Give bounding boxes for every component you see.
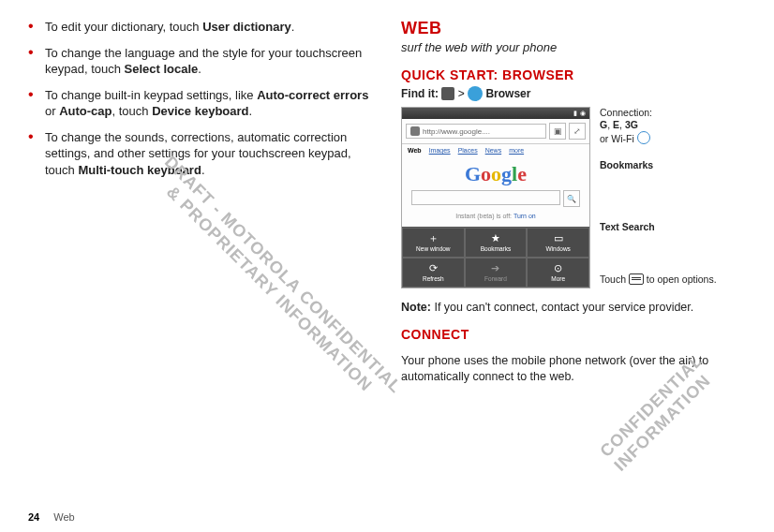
bullet-list: To edit your dictionary, touch User dict…	[28, 19, 373, 178]
bold: Auto-cap	[59, 104, 112, 118]
star-icon: ★	[491, 233, 500, 244]
browser-figure: ▮ ◉ http://www.google.... ▣ ⤢ Web Images…	[401, 107, 746, 288]
instant-turn-on[interactable]: Turn on	[514, 213, 536, 219]
status-bar: ▮ ◉	[402, 108, 589, 119]
search-button[interactable]: 🔍	[563, 190, 580, 207]
bold: Auto-correct errors	[257, 88, 368, 102]
callouts: Connection: G, E, 3G or Wi-Fi Bookmarks …	[600, 107, 746, 288]
menu-more[interactable]: ⊙More	[527, 258, 589, 288]
callout-touch-menu: Touch to open options.	[600, 273, 717, 286]
footer-section: Web	[53, 511, 74, 523]
menu-key-icon	[629, 273, 644, 285]
browser-label: Browser	[485, 87, 530, 100]
more-icon: ⊙	[554, 263, 562, 273]
forward-icon: ➔	[491, 263, 499, 273]
note-text: If you can't connect, contact your servi…	[431, 301, 693, 314]
find-it-line: Find it: > Browser	[401, 86, 746, 101]
bullet-item: To edit your dictionary, touch User dict…	[28, 19, 373, 36]
phone-mock: ▮ ◉ http://www.google.... ▣ ⤢ Web Images…	[401, 107, 590, 288]
search-row: 🔍	[402, 188, 589, 209]
right-column: WEB surf the web with your phone QUICK S…	[401, 19, 746, 396]
left-column: To edit your dictionary, touch User dict…	[28, 19, 373, 396]
menu-new-window[interactable]: ＋New window	[402, 228, 465, 258]
signal-icon: ▮	[573, 110, 577, 117]
google-tabs: Web Images Places News more	[402, 144, 589, 156]
find-it-label: Find it:	[401, 87, 439, 100]
callout-connection: Connection: G, E, 3G or Wi-Fi	[600, 107, 652, 145]
site-icon	[410, 126, 420, 136]
tab-news[interactable]: News	[485, 147, 502, 154]
text: To change built-in keypad settings, like	[45, 88, 257, 102]
bookmark-button[interactable]: ▣	[549, 123, 566, 140]
text: To edit your dictionary, touch	[45, 20, 202, 34]
google-logo: Google	[402, 156, 589, 188]
tab-places[interactable]: Places	[458, 147, 478, 154]
connect-body: Your phone uses the mobile phone network…	[401, 353, 746, 385]
url-row: http://www.google.... ▣ ⤢	[402, 119, 589, 144]
text: .	[291, 20, 295, 34]
text: , touch	[112, 104, 153, 118]
tab-images[interactable]: Images	[429, 147, 451, 154]
wifi-icon	[637, 131, 650, 144]
tab-web[interactable]: Web	[408, 147, 422, 154]
connect-title: CONNECT	[401, 327, 746, 342]
page-footer: 24 Web	[28, 511, 75, 523]
text: or	[45, 104, 59, 118]
menu-windows[interactable]: ▭Windows	[527, 228, 589, 258]
bold: Multi-touch keyboard	[78, 163, 201, 177]
note-label: Note:	[401, 301, 431, 314]
menu-refresh[interactable]: ⟳Refresh	[402, 258, 465, 288]
page-number: 24	[28, 511, 39, 523]
url-box[interactable]: http://www.google....	[406, 124, 546, 139]
tab-more[interactable]: more	[509, 147, 524, 154]
section-title-web: WEB	[401, 19, 746, 38]
url-text: http://www.google....	[423, 127, 490, 136]
windows-icon: ▭	[554, 233, 563, 244]
apps-icon	[441, 87, 454, 100]
bullet-item: To change built-in keypad settings, like…	[28, 87, 373, 120]
wifi-icon: ◉	[580, 110, 586, 117]
options-menu: ＋New window ★Bookmarks ▭Windows ⟳Refresh…	[402, 227, 589, 288]
gt: >	[458, 87, 465, 100]
callout-text-search: Text Search	[600, 221, 655, 233]
quickstart-title: QUICK START: BROWSER	[401, 67, 746, 82]
menu-bookmarks[interactable]: ★Bookmarks	[465, 228, 528, 258]
bold: Select locale	[125, 62, 199, 76]
bold: User dictionary	[202, 20, 291, 34]
text: .	[249, 104, 253, 118]
callout-bookmarks: Bookmarks	[600, 159, 653, 171]
bullet-item: To change the sounds, corrections, autom…	[28, 129, 373, 179]
search-input[interactable]	[411, 190, 560, 205]
note: Note: If you can't connect, contact your…	[401, 301, 746, 314]
section-subtitle: surf the web with your phone	[401, 40, 746, 54]
zoom-button[interactable]: ⤢	[569, 123, 586, 140]
menu-forward: ➔Forward	[465, 258, 528, 288]
bold: Device keyboard	[152, 104, 248, 118]
text: .	[201, 163, 205, 177]
bullet-item: To change the language and the style for…	[28, 45, 373, 78]
globe-icon	[468, 86, 483, 101]
instant-off: Instant (beta) is off:	[455, 213, 512, 219]
refresh-icon: ⟳	[429, 263, 438, 273]
instant-line: Instant (beta) is off: Turn on	[402, 209, 589, 227]
plus-icon: ＋	[428, 233, 439, 244]
text: To change the language and the style for…	[45, 46, 362, 77]
text: .	[198, 62, 201, 76]
